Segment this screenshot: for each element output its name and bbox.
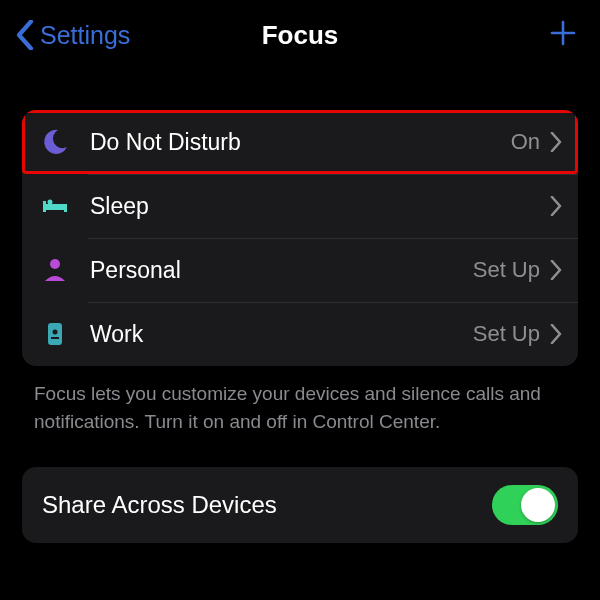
chevron-right-icon [550, 132, 562, 152]
badge-icon [40, 319, 70, 349]
focus-description: Focus lets you customize your devices an… [34, 380, 566, 435]
svg-rect-2 [64, 204, 67, 212]
back-label: Settings [40, 21, 130, 50]
page-title: Focus [262, 20, 339, 51]
svg-rect-0 [43, 204, 67, 210]
focus-item-label: Do Not Disturb [90, 129, 511, 156]
share-toggle[interactable] [492, 485, 558, 525]
svg-rect-1 [43, 201, 46, 212]
focus-list: Do Not Disturb On Sleep Personal Set Up … [22, 110, 578, 366]
toggle-knob [521, 488, 555, 522]
svg-point-3 [48, 200, 53, 205]
share-group: Share Across Devices [22, 467, 578, 543]
share-across-devices-row[interactable]: Share Across Devices [22, 467, 578, 543]
plus-icon [548, 18, 578, 48]
focus-item-status: Set Up [473, 321, 540, 347]
bed-icon [40, 191, 70, 221]
focus-item-work[interactable]: Work Set Up [22, 302, 578, 366]
focus-item-sleep[interactable]: Sleep [22, 174, 578, 238]
focus-item-status: Set Up [473, 257, 540, 283]
focus-item-label: Work [90, 321, 473, 348]
person-icon [40, 255, 70, 285]
chevron-right-icon [550, 324, 562, 344]
svg-rect-7 [51, 337, 59, 339]
focus-item-label: Personal [90, 257, 473, 284]
svg-point-6 [53, 330, 58, 335]
focus-item-status: On [511, 129, 540, 155]
header-bar: Settings Focus [0, 0, 600, 60]
chevron-right-icon [550, 196, 562, 216]
share-label: Share Across Devices [42, 491, 277, 519]
focus-item-do-not-disturb[interactable]: Do Not Disturb On [22, 110, 578, 174]
add-focus-button[interactable] [548, 18, 578, 52]
back-button[interactable]: Settings [14, 20, 130, 50]
chevron-right-icon [550, 260, 562, 280]
focus-item-personal[interactable]: Personal Set Up [22, 238, 578, 302]
moon-icon [40, 127, 70, 157]
chevron-left-icon [14, 20, 36, 50]
focus-item-label: Sleep [90, 193, 540, 220]
svg-point-4 [50, 259, 60, 269]
